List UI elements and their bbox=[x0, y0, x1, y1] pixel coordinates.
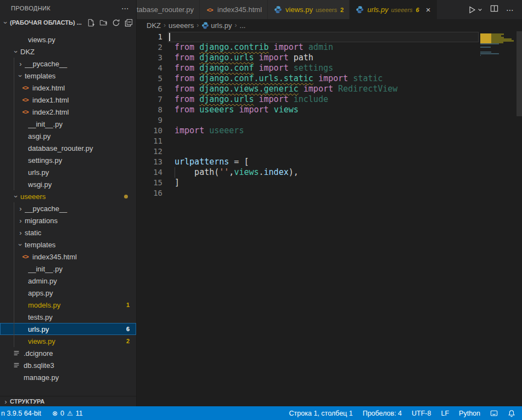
tree-item-manage.py[interactable]: manage.py bbox=[0, 371, 136, 383]
tree-item--pycache-[interactable]: ›__pycache__ bbox=[0, 58, 136, 70]
tree-item-index1.html[interactable]: <>index1.html bbox=[0, 94, 136, 106]
outline-section-header[interactable]: › СТРУКТУРА bbox=[0, 396, 136, 406]
language-mode[interactable]: Python bbox=[459, 410, 480, 417]
tree-item-index.html[interactable]: <>index.html bbox=[0, 82, 136, 94]
split-editor-icon[interactable] bbox=[490, 4, 498, 15]
tab-views.py[interactable]: views.pyuseeers2 bbox=[268, 0, 350, 19]
code-editor[interactable]: 12345678910111213141516 from django.cont… bbox=[137, 31, 522, 406]
new-file-icon[interactable] bbox=[87, 19, 95, 27]
editor-more-actions-icon[interactable]: ⋯ bbox=[506, 5, 514, 14]
code-line-6[interactable]: from django.views.generic import Redirec… bbox=[175, 84, 479, 94]
code-line-2[interactable]: from django.contrib import admin bbox=[175, 42, 479, 53]
cursor-position[interactable]: Строка 1, столбец 1 bbox=[289, 410, 353, 417]
new-folder-icon[interactable] bbox=[99, 19, 108, 27]
code-token: from bbox=[175, 73, 199, 83]
workspace-section-label: (РАБОЧАЯ ОБЛАСТЬ) ... bbox=[10, 19, 87, 26]
tree-item-urls.py[interactable]: urls.py6 bbox=[0, 323, 136, 335]
code-line-13[interactable]: urlpatterns = [ bbox=[175, 157, 479, 167]
py-file-icon bbox=[16, 337, 25, 345]
tree-item-admin.py[interactable]: admin.py bbox=[0, 275, 136, 287]
close-icon[interactable]: × bbox=[425, 5, 432, 14]
py-file-icon bbox=[16, 300, 25, 309]
code-token: import bbox=[269, 42, 308, 52]
tree-item-index2.html[interactable]: <>index2.html bbox=[0, 106, 136, 118]
tree-item-tests.py[interactable]: tests.py bbox=[0, 311, 136, 323]
code-line-15[interactable]: ] bbox=[175, 178, 479, 188]
tree-item--init-.py[interactable]: __init__.py bbox=[0, 263, 136, 275]
chevron-right-icon: › bbox=[16, 217, 25, 225]
tree-item-settings.py[interactable]: settings.py bbox=[0, 154, 136, 166]
workspace-section-header[interactable]: › (РАБОЧАЯ ОБЛАСТЬ) ... bbox=[0, 16, 136, 29]
minimap-warning-line bbox=[480, 37, 504, 38]
tree-item-views.py[interactable]: views.py bbox=[0, 33, 136, 46]
tree-item--init-.py[interactable]: __init__.py bbox=[0, 118, 136, 130]
tree-item-templates[interactable]: ›templates bbox=[0, 239, 136, 251]
code-line-7[interactable]: from django.urls import include bbox=[175, 94, 479, 105]
python-version[interactable]: n 3.9.5 64-bit bbox=[1, 410, 41, 417]
breadcrumb-item-...[interactable]: ... bbox=[240, 21, 246, 30]
code-line-11[interactable] bbox=[175, 136, 479, 146]
tree-item-urls.py[interactable]: urls.py bbox=[0, 166, 136, 178]
tree-item-index345.html[interactable]: <>index345.html bbox=[0, 251, 136, 263]
code-line-8[interactable]: from useeers import views bbox=[175, 105, 479, 115]
tree-item-useeers[interactable]: ›useeers bbox=[0, 190, 136, 202]
tree-item-database-roouter.py[interactable]: database_roouter.py bbox=[0, 142, 136, 154]
tree-item-models.py[interactable]: models.py1 bbox=[0, 299, 136, 311]
eol[interactable]: LF bbox=[441, 410, 449, 417]
file-name: index345.html bbox=[32, 253, 136, 261]
chevron-right-icon: › bbox=[2, 398, 10, 406]
code-line-5[interactable]: from django.conf.urls.static import stat… bbox=[175, 73, 479, 84]
encoding[interactable]: UTF-8 bbox=[412, 410, 431, 417]
explorer-more-actions-icon[interactable]: ⋯ bbox=[121, 4, 130, 13]
file-name: index.html bbox=[32, 84, 136, 92]
code-line-9[interactable] bbox=[175, 115, 479, 126]
scrollbar[interactable] bbox=[517, 31, 522, 406]
file-name: __pycache__ bbox=[25, 60, 136, 68]
refresh-icon[interactable] bbox=[112, 19, 120, 27]
code-line-14[interactable]: path('',views.index), bbox=[175, 167, 479, 178]
python-icon bbox=[355, 5, 364, 14]
code-line-1[interactable] bbox=[175, 32, 479, 42]
html-file-icon: <> bbox=[21, 107, 30, 116]
tree-item-static[interactable]: ›static bbox=[0, 226, 136, 239]
tree-item-templates[interactable]: ›templates bbox=[0, 70, 136, 82]
breadcrumb-item-useeers[interactable]: useeers bbox=[169, 21, 194, 30]
scrollbar-thumb[interactable] bbox=[517, 31, 522, 116]
tab-urls.py[interactable]: urls.pyuseeers6× bbox=[350, 0, 437, 19]
file-file-icon bbox=[12, 361, 21, 370]
tree-item-.dcignore[interactable]: .dcignore bbox=[0, 347, 136, 359]
py-file-icon bbox=[16, 156, 25, 164]
tree-item-apps.py[interactable]: apps.py bbox=[0, 287, 136, 299]
tree-item--pycache-[interactable]: ›__pycache__ bbox=[0, 202, 136, 214]
tab-index345.html[interactable]: <>index345.html bbox=[200, 0, 268, 19]
tree-item-wsgi.py[interactable]: wsgi.py bbox=[0, 178, 136, 190]
collapse-folders-icon[interactable] bbox=[125, 19, 133, 27]
code-line-3[interactable]: from django.urls import path bbox=[175, 53, 479, 63]
tree-item-views.py[interactable]: views.py2 bbox=[0, 335, 136, 347]
minimap[interactable] bbox=[479, 31, 517, 97]
tree-item-DKZ[interactable]: ›DKZ bbox=[0, 46, 136, 58]
code-line-16[interactable] bbox=[175, 188, 479, 198]
notifications-bell-icon[interactable] bbox=[508, 410, 515, 417]
run-python-file-button[interactable] bbox=[468, 5, 482, 14]
py-file-icon bbox=[12, 373, 21, 382]
breadcrumb-item-DKZ[interactable]: DKZ bbox=[147, 21, 161, 30]
line-number: 9 bbox=[137, 115, 162, 126]
indentation[interactable]: Пробелов: 4 bbox=[363, 410, 402, 417]
problems-indicator[interactable]: ⊗ 0 ⚠ 11 bbox=[52, 410, 83, 417]
tree-item-migrations[interactable]: ›migrations bbox=[0, 214, 136, 226]
tree-item-db.sqlite3[interactable]: db.sqlite3 bbox=[0, 359, 136, 371]
html-file-icon: <> bbox=[21, 95, 30, 104]
feedback-icon[interactable] bbox=[490, 410, 498, 417]
file-name: views.py bbox=[28, 337, 126, 345]
code-token: import bbox=[175, 126, 209, 135]
tab-tabase-roouter.py[interactable]: tabase_roouter.py bbox=[137, 0, 200, 19]
code-line-4[interactable]: from django.conf import settings bbox=[175, 63, 479, 73]
code-line-10[interactable]: import useeers bbox=[175, 126, 479, 136]
code-line-12[interactable] bbox=[175, 146, 479, 157]
py-file-icon bbox=[16, 35, 25, 44]
tree-item-asgi.py[interactable]: asgi.py bbox=[0, 130, 136, 142]
chevron-right-icon: › bbox=[16, 229, 25, 237]
breadcrumb-item-urls.py[interactable]: urls.py bbox=[201, 21, 232, 30]
file-name: templates bbox=[25, 241, 136, 249]
